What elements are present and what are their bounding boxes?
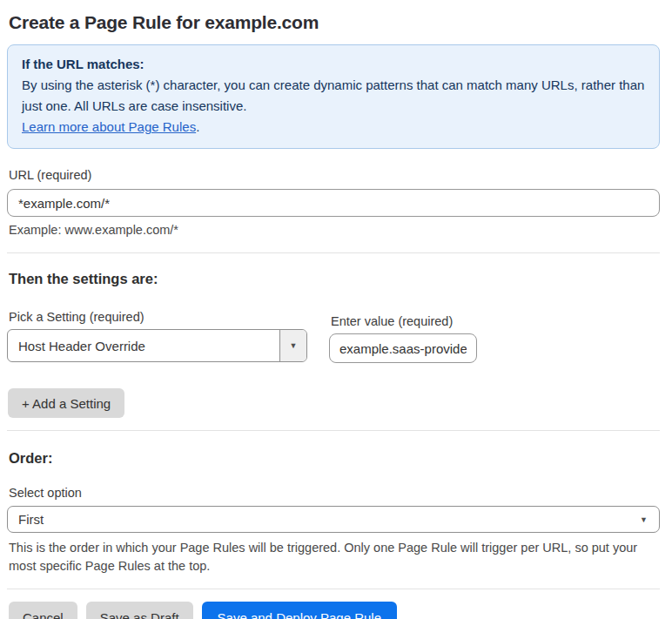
order-select-label: Select option	[9, 486, 660, 500]
settings-row: Pick a Setting (required) Host Header Ov…	[7, 310, 660, 363]
order-section-heading: Order:	[9, 450, 660, 467]
pick-setting-group: Pick a Setting (required) Host Header Ov…	[7, 310, 307, 363]
setting-select-arrow-button[interactable]: ▼	[279, 330, 306, 361]
info-panel-link-line: Learn more about Page Rules.	[22, 117, 645, 138]
page-title: Create a Page Rule for example.com	[9, 12, 660, 33]
link-suffix: .	[196, 119, 199, 134]
info-panel-body: By using the asterisk (*) character, you…	[22, 75, 645, 117]
url-input[interactable]	[7, 189, 660, 217]
chevron-down-icon: ▼	[290, 342, 298, 350]
enter-value-group: Enter value (required)	[329, 310, 477, 363]
settings-section-heading: Then the settings are:	[9, 271, 660, 287]
cancel-button[interactable]: Cancel	[9, 602, 77, 619]
pick-setting-label: Pick a Setting (required)	[9, 310, 307, 324]
footer-actions: Cancel Save as Draft Save and Deploy Pag…	[9, 602, 660, 619]
order-select-value: First	[18, 512, 44, 527]
divider	[7, 589, 660, 589]
page-rule-form: Create a Page Rule for example.com If th…	[0, 0, 672, 619]
enter-value-label: Enter value (required)	[331, 314, 477, 328]
divider	[7, 252, 660, 253]
chevron-down-icon: ▼	[640, 515, 648, 523]
url-label: URL (required)	[9, 168, 660, 182]
setting-select[interactable]: Host Header Override ▼	[7, 329, 307, 362]
setting-value-input[interactable]	[329, 333, 477, 363]
info-panel-heading: If the URL matches:	[22, 54, 645, 75]
learn-more-link[interactable]: Learn more about Page Rules	[22, 119, 196, 134]
order-help-text: This is the order in which your Page Rul…	[9, 539, 656, 575]
setting-select-value: Host Header Override	[8, 330, 279, 361]
add-setting-button[interactable]: + Add a Setting	[8, 388, 124, 418]
divider	[7, 430, 660, 431]
order-select[interactable]: First ▼	[7, 506, 660, 533]
save-as-draft-button[interactable]: Save as Draft	[86, 602, 193, 619]
save-and-deploy-button[interactable]: Save and Deploy Page Rule	[202, 602, 397, 619]
url-example-text: Example: www.example.com/*	[9, 223, 660, 237]
url-match-info-panel: If the URL matches: By using the asteris…	[7, 44, 660, 149]
